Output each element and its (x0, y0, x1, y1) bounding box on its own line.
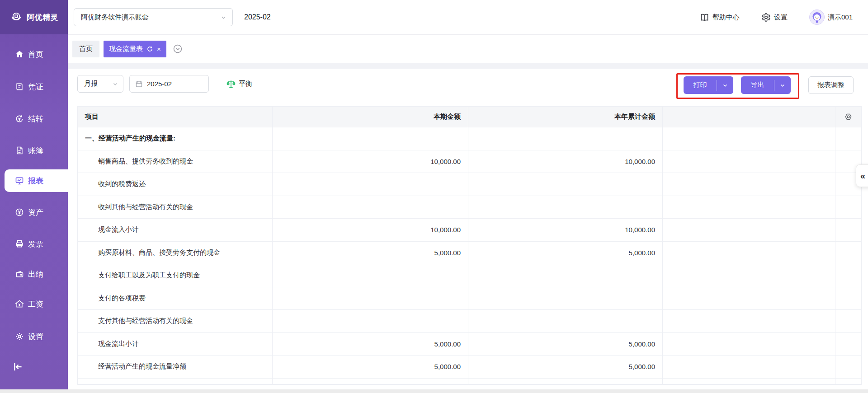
row-ytd-amount (468, 173, 663, 196)
sidebar-item-carryover[interactable]: 结转 (0, 109, 68, 129)
row-label: 支付的各项税费 (78, 287, 273, 310)
app-logo: 阿优精灵 (0, 0, 68, 34)
sidebar-item-ledger[interactable]: 账簿 (0, 140, 68, 160)
print-dropdown-button[interactable] (717, 82, 733, 89)
sidebar-item-label: 结转 (28, 114, 43, 124)
close-icon[interactable]: × (157, 46, 161, 52)
period-date-input[interactable]: 2025-02 (129, 75, 209, 93)
app-name: 阿优精灵 (27, 12, 58, 23)
refresh-icon[interactable] (146, 46, 153, 52)
account-select-value: 阿优财务软件演示账套 (81, 13, 149, 22)
period-date-value: 2025-02 (147, 80, 172, 88)
sidebar-item-cashier[interactable]: 出纳 (0, 264, 68, 284)
row-label: 购买原材料、商品、接受劳务支付的现金 (78, 242, 273, 264)
row-ytd-amount: 5,000.00 (468, 242, 663, 264)
row-current-amount: 5,000.00 (273, 242, 468, 264)
app-logo-icon (9, 10, 23, 24)
invoice-icon (15, 239, 24, 248)
settings-icon (15, 332, 24, 341)
cash-flow-table: 项目 本期金额 本年累计金额 一、经营活动产生的现金流量: 销售商品、提供劳务收… (77, 106, 862, 385)
chevron-down-icon (112, 81, 118, 87)
table-row: 收到其他与经营活动有关的现金 (78, 196, 861, 219)
tab-list-dropdown-button[interactable] (173, 44, 183, 54)
row-label: 收到的税费返还 (78, 173, 273, 196)
row-ytd-amount: 10,000.00 (468, 150, 663, 173)
settings-button[interactable]: 设置 (761, 13, 788, 22)
sidebar-item-settings[interactable]: 设置 (0, 327, 68, 346)
chevron-down-icon (722, 82, 728, 89)
sidebar-item-voucher[interactable]: 凭证 (0, 77, 68, 97)
table-settings-gear-icon (844, 112, 853, 121)
user-name: 演示001 (828, 13, 853, 22)
circle-chevron-down-icon (173, 44, 183, 54)
row-current-amount (273, 196, 468, 219)
row-current-amount (273, 287, 468, 310)
column-header-item: 项目 (78, 107, 273, 127)
column-header-ytd: 本年累计金额 (468, 107, 663, 127)
row-label: 销售商品、提供劳务收到的现金 (78, 150, 273, 173)
row-ytd-amount: 5,000.00 (468, 333, 663, 356)
row-label: 收到其他与经营活动有关的现金 (78, 196, 273, 219)
calendar-icon (135, 80, 143, 88)
row-ytd-amount (468, 310, 663, 332)
home-icon (15, 50, 24, 59)
table-header-row: 项目 本期金额 本年累计金额 (78, 107, 861, 127)
row-label: 现金流入小计 (78, 219, 273, 241)
user-menu[interactable]: 演示001 (809, 9, 853, 25)
tab-cash-flow-statement[interactable]: 现金流量表 × (104, 41, 166, 57)
balance-label: 平衡 (239, 80, 252, 88)
row-label: 支付其他与经营活动有关的现金 (78, 310, 273, 332)
account-select[interactable]: 阿优财务软件演示账套 (74, 8, 233, 26)
sidebar-item-label: 账簿 (28, 145, 43, 156)
row-current-amount (273, 173, 468, 196)
help-center-label: 帮助中心 (712, 13, 740, 22)
table-row: 支付其他与经营活动有关的现金 (78, 310, 861, 333)
table-row: 一、经营活动产生的现金流量: (78, 127, 861, 150)
balance-status: 平衡 (226, 75, 252, 93)
sidebar-collapse-button[interactable] (12, 360, 25, 374)
row-current-amount: 5,000.00 (273, 333, 468, 356)
book-icon (700, 13, 709, 22)
sidebar-item-reports[interactable]: 报表 (5, 169, 68, 192)
sidebar-item-label: 设置 (28, 332, 43, 342)
sidebar-item-label: 出纳 (28, 269, 43, 280)
print-button[interactable]: 打印 (684, 76, 733, 94)
avatar (809, 9, 825, 25)
ledger-icon (15, 146, 24, 155)
row-current-amount: 10,000.00 (273, 219, 468, 241)
export-button[interactable]: 导出 (741, 76, 791, 94)
sidebar-item-assets[interactable]: 资产 (0, 202, 68, 222)
row-ytd-amount (468, 287, 663, 310)
payroll-icon (15, 299, 24, 309)
tab-label: 首页 (79, 45, 93, 53)
tab-label: 现金流量表 (109, 45, 143, 53)
table-row: 现金流入小计 10,000.00 10,000.00 (78, 219, 861, 242)
table-row: 现金流出小计 5,000.00 5,000.00 (78, 333, 861, 356)
row-ytd-amount: 10,000.00 (468, 219, 663, 241)
sidebar-item-payroll[interactable]: 工资 (0, 294, 68, 314)
sidebar-item-label: 凭证 (28, 82, 43, 92)
gear-icon (761, 13, 771, 22)
report-adjust-button[interactable]: 报表调整 (808, 76, 854, 94)
table-row: 购买原材料、商品、接受劳务支付的现金 5,000.00 5,000.00 (78, 242, 861, 265)
sidebar-item-invoice[interactable]: 发票 (0, 234, 68, 254)
table-row: 经营活动产生的现金流量净额 5,000.00 5,000.00 (78, 356, 861, 379)
sidebar-item-label: 报表 (28, 176, 43, 186)
sidebar-item-label: 资产 (28, 207, 43, 218)
column-header-empty (663, 107, 835, 127)
row-label: 一、经营活动产生的现金流量: (78, 127, 273, 150)
table-row: 收到的税费返还 (78, 173, 861, 196)
sidebar-item-home[interactable]: 首页 (0, 44, 68, 64)
export-dropdown-button[interactable] (774, 82, 791, 89)
topbar: 阿优财务软件演示账套 2025-02 帮助中心 设置 演示001 (68, 0, 868, 35)
table-row-partial (78, 379, 861, 384)
report-type-select[interactable]: 月报 (77, 75, 123, 93)
help-center-button[interactable]: 帮助中心 (700, 13, 740, 22)
row-label: 经营活动产生的现金流量净额 (78, 356, 273, 378)
topbar-right: 帮助中心 设置 演示001 (700, 0, 853, 34)
tab-home[interactable]: 首页 (72, 41, 99, 57)
voucher-icon (15, 82, 24, 91)
column-settings-button[interactable] (835, 107, 861, 127)
panel-collapse-tab[interactable]: « (856, 164, 868, 187)
double-chevron-left-icon: « (860, 171, 865, 181)
